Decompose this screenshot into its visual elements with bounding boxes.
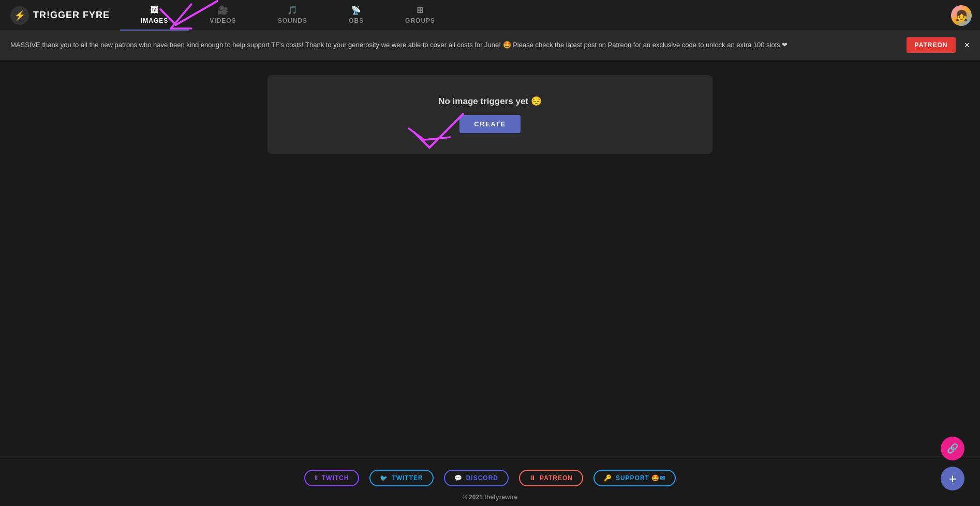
footer-support-link[interactable]: 🔑 SUPPORT 🤩✉ <box>593 470 676 486</box>
announcement-banner: MASSIVE thank you to all the new patrons… <box>0 31 980 60</box>
support-icon: 🔑 <box>604 474 612 482</box>
groups-icon: ⊞ <box>417 5 424 15</box>
add-icon: + <box>948 471 956 487</box>
tab-images-label: IMAGES <box>141 17 168 24</box>
fab-container: 🔗 + <box>941 437 964 490</box>
images-icon: 🖼 <box>150 6 159 15</box>
obs-icon: 📡 <box>351 5 362 15</box>
sounds-icon: 🎵 <box>287 5 298 15</box>
logo: ⚡ TR!GGER FYRE <box>0 6 120 25</box>
copyright-text: © 2021 thefyrewire <box>463 494 517 501</box>
tab-sounds-label: SOUNDS <box>278 17 307 24</box>
logo-text: TR!GGER FYRE <box>33 10 110 21</box>
footer: 𝕥 TWITCH 🐦 TWITTER 💬 DISCORD ⏸ PATREON 🔑… <box>0 459 980 506</box>
patreon-button[interactable]: PATREON <box>907 37 956 53</box>
support-label: SUPPORT 🤩✉ <box>616 474 665 482</box>
tab-images[interactable]: 🖼 IMAGES <box>120 0 189 31</box>
avatar[interactable]: 👧 <box>951 5 972 26</box>
discord-icon: 💬 <box>454 474 463 482</box>
logo-icon: ⚡ <box>10 6 29 25</box>
fab-add-button[interactable]: + <box>941 467 964 490</box>
twitter-icon: 🐦 <box>380 474 388 482</box>
patreon-icon: ⏸ <box>529 474 536 482</box>
link-icon: 🔗 <box>947 443 958 454</box>
footer-twitch-link[interactable]: 𝕥 TWITCH <box>304 470 360 486</box>
footer-twitter-link[interactable]: 🐦 TWITTER <box>369 470 433 486</box>
discord-label: DISCORD <box>466 474 498 482</box>
footer-discord-link[interactable]: 💬 DISCORD <box>444 470 509 486</box>
avatar-emoji: 👧 <box>955 9 968 22</box>
banner-text: MASSIVE thank you to all the new patrons… <box>10 40 898 50</box>
tab-obs[interactable]: 📡 OBS <box>328 0 384 31</box>
tab-videos-label: VIDEOS <box>210 17 236 24</box>
empty-state-card: No image triggers yet 😔 CREATE <box>268 75 712 154</box>
tab-sounds[interactable]: 🎵 SOUNDS <box>257 0 328 31</box>
footer-patreon-link[interactable]: ⏸ PATREON <box>519 470 583 486</box>
patreon-label: PATREON <box>540 474 573 482</box>
tab-groups-label: GROUPS <box>405 17 435 24</box>
videos-icon: 🎥 <box>218 5 229 15</box>
tab-videos[interactable]: 🎥 VIDEOS <box>189 0 257 31</box>
footer-copyright: © 2021 thefyrewire <box>0 494 980 501</box>
footer-links: 𝕥 TWITCH 🐦 TWITTER 💬 DISCORD ⏸ PATREON 🔑… <box>0 470 980 494</box>
svg-text:⚡: ⚡ <box>14 10 26 21</box>
tab-groups[interactable]: ⊞ GROUPS <box>384 0 456 31</box>
twitter-label: TWITTER <box>392 474 423 482</box>
main-content: No image triggers yet 😔 CREATE <box>0 60 980 459</box>
create-button[interactable]: CREATE <box>459 115 520 133</box>
nav-tabs: 🖼 IMAGES 🎥 VIDEOS 🎵 SOUNDS 📡 OBS ⊞ GROUP… <box>120 0 951 31</box>
navbar: ⚡ TR!GGER FYRE 🖼 IMAGES 🎥 VIDEOS 🎵 SOUND… <box>0 0 980 31</box>
twitch-label: TWITCH <box>322 474 349 482</box>
empty-state-message: No image triggers yet 😔 <box>438 96 542 107</box>
tab-obs-label: OBS <box>349 17 364 24</box>
fab-link-button[interactable]: 🔗 <box>941 437 964 460</box>
banner-close-button[interactable]: × <box>964 40 970 51</box>
twitch-icon: 𝕥 <box>315 474 318 482</box>
